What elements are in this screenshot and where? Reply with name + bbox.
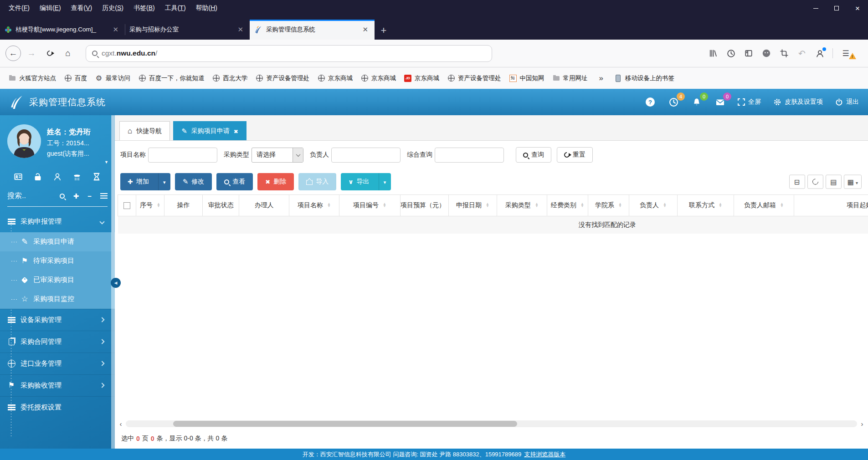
sort-arrows-icon[interactable]	[535, 203, 539, 208]
refresh-table-button[interactable]	[807, 175, 823, 189]
sidebar-scrollbar-thumb[interactable]	[112, 115, 114, 269]
collapse-all-icon[interactable]: −	[87, 193, 92, 199]
sort-arrows-icon[interactable]	[486, 203, 489, 208]
undo-icon[interactable]	[797, 48, 807, 58]
browser-support-link[interactable]: 支持浏览器版本	[524, 450, 565, 459]
menu-group-item[interactable]: 进口业务管理	[0, 353, 115, 374]
bookmark-item[interactable]: 最常访问	[91, 72, 134, 85]
menubar-item[interactable]: 书签(B)	[128, 3, 160, 14]
skin-settings-button[interactable]: 皮肤及设置项	[773, 98, 823, 106]
column-header[interactable]: 审批状态	[203, 195, 239, 216]
phone-icon[interactable]	[72, 172, 82, 183]
import-button[interactable]: 导入	[298, 173, 336, 190]
hourglass-icon[interactable]	[92, 172, 101, 183]
bookmark-item[interactable]: 西北大学	[209, 72, 252, 85]
mobile-bookmarks-item[interactable]: 移动设备上的书签	[611, 72, 678, 85]
menu-group-item[interactable]: 采购验收管理	[0, 374, 115, 396]
select-dropdown-button[interactable]	[293, 148, 303, 162]
columns-button[interactable]	[844, 175, 862, 189]
select-all-checkbox[interactable]	[123, 202, 130, 209]
column-header[interactable]: 项目名称	[289, 195, 339, 216]
logout-button[interactable]: 退出	[835, 98, 859, 106]
combined-query-input[interactable]	[435, 148, 504, 163]
scroll-right-icon[interactable]: ›	[858, 420, 866, 427]
column-header[interactable]: 项目预算（元）	[401, 195, 449, 216]
sort-arrows-icon[interactable]	[157, 203, 160, 208]
toggle-search-button[interactable]	[789, 175, 805, 189]
url-bar[interactable]: cgxt.nwu.edu.cn/	[86, 45, 492, 62]
delete-button[interactable]: 删除	[257, 173, 294, 190]
tab-project-apply-active[interactable]: 采购项目申请	[173, 121, 247, 140]
menubar-item[interactable]: 工具(T)	[160, 3, 191, 14]
messenger-icon[interactable]	[761, 48, 771, 58]
toggle-view-button[interactable]	[826, 175, 842, 189]
edit-button[interactable]: 修改	[175, 173, 212, 190]
sidebar-collapse-handle[interactable]: ◀	[111, 278, 121, 288]
column-header[interactable]: 经费类别	[547, 195, 588, 216]
history-clock-icon[interactable]	[726, 48, 736, 58]
library-icon[interactable]	[708, 48, 718, 58]
sort-arrows-icon[interactable]	[663, 203, 667, 208]
column-header[interactable]: 项目起始时间	[794, 195, 868, 216]
scrollbar-track[interactable]	[126, 420, 857, 427]
reset-button[interactable]: 重置	[557, 147, 593, 163]
browser-tab-office[interactable]: 采购与招标办公室 ✕	[125, 20, 250, 40]
purchase-type-select[interactable]: 请选择	[252, 148, 303, 163]
add-button[interactable]: 增加	[120, 173, 170, 190]
close-button[interactable]: ×	[847, 0, 868, 16]
bookmark-item[interactable]: 京东商城	[400, 72, 443, 85]
idcard-icon[interactable]	[14, 172, 23, 183]
bookmark-item[interactable]: 常用网址	[549, 72, 592, 85]
column-header[interactable]: 采购类型	[497, 195, 547, 216]
tab-close-icon[interactable]: ✕	[236, 26, 245, 34]
menu-group-item[interactable]: 委托授权设置	[0, 396, 115, 418]
view-button[interactable]: 查看	[216, 173, 253, 190]
fullscreen-button[interactable]: 全屏	[738, 98, 761, 106]
tab-close-icon[interactable]: ✕	[111, 26, 120, 34]
tab-quick-nav[interactable]: 快捷导航	[119, 121, 170, 140]
minimize-button[interactable]	[805, 0, 826, 16]
search-button[interactable]: 查询	[516, 147, 551, 163]
owner-input[interactable]	[331, 148, 401, 163]
notifications-bell-icon[interactable]: 0	[691, 97, 702, 107]
column-header[interactable]: 项目编号	[339, 195, 401, 216]
menubar-item[interactable]: 文件(F)	[4, 3, 35, 14]
sort-arrows-icon[interactable]	[719, 203, 722, 208]
column-header[interactable]: 办理人	[239, 195, 289, 216]
browser-tab-cgxt-active[interactable]: 采购管理信息系统 ✕	[250, 20, 375, 40]
add-dropdown-caret[interactable]	[158, 173, 170, 190]
menubar-item[interactable]: 帮助(H)	[191, 3, 222, 14]
project-name-input[interactable]	[148, 148, 217, 163]
home-button[interactable]: ⌂	[60, 46, 76, 61]
sidebars-icon[interactable]	[744, 48, 754, 58]
bookmark-item[interactable]: 火狐官方站点	[5, 72, 60, 85]
expand-all-icon[interactable]: ✚	[73, 193, 79, 199]
sort-arrows-icon[interactable]	[618, 203, 622, 208]
sort-arrows-icon[interactable]	[780, 203, 784, 208]
column-header[interactable]: 联系方式	[678, 195, 734, 216]
back-button[interactable]: ←	[5, 46, 21, 61]
sort-arrows-icon[interactable]	[327, 203, 331, 208]
bookmark-item[interactable]: 中国知网	[505, 72, 549, 85]
menubar-item[interactable]: 编辑(E)	[35, 3, 66, 14]
history-icon[interactable]: 4	[668, 97, 679, 107]
scroll-left-icon[interactable]: ‹	[117, 420, 124, 427]
unlock-icon[interactable]	[33, 172, 42, 183]
column-header[interactable]: 操作	[164, 195, 203, 216]
column-header[interactable]: 负责人	[629, 195, 678, 216]
sort-arrows-icon[interactable]	[580, 203, 584, 208]
sort-arrows-icon[interactable]	[383, 203, 386, 208]
column-header[interactable]: 序号	[136, 195, 164, 216]
submenu-item[interactable]: 已审采购项目	[0, 271, 115, 290]
select-all-cell[interactable]	[118, 195, 136, 216]
menubar-item[interactable]: 历史(S)	[97, 3, 128, 14]
maximize-button[interactable]	[826, 0, 847, 16]
submenu-item[interactable]: 采购项目监控	[0, 290, 115, 309]
menu-hamburger-icon[interactable]	[841, 48, 851, 58]
bookmark-item[interactable]: 京东商城	[313, 72, 357, 85]
menu-list-icon[interactable]	[100, 193, 108, 199]
export-dropdown-caret[interactable]	[379, 173, 391, 190]
mail-icon[interactable]: 0	[714, 97, 725, 107]
bookmark-item[interactable]: 资产设备管理处	[443, 72, 505, 85]
tab-close-icon[interactable]	[234, 128, 238, 135]
